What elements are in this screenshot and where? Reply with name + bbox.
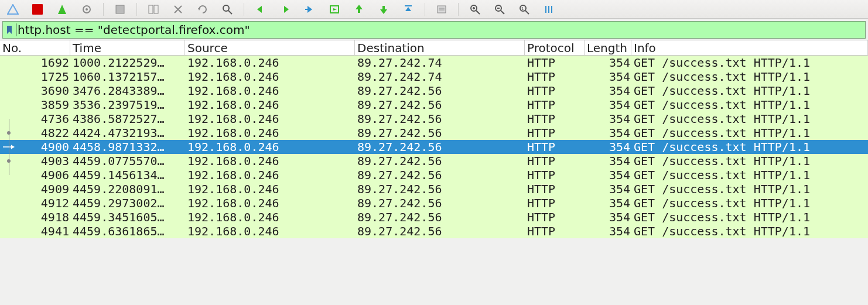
autoscroll-icon[interactable] [433, 2, 450, 16]
cell-time: 4459.2973002… [70, 196, 185, 210]
svg-marker-13 [284, 6, 289, 13]
cell-no: 4822 [0, 126, 70, 140]
cell-proto: HTTP [525, 182, 585, 196]
cell-len: 354 [585, 140, 631, 154]
cell-proto: HTTP [525, 168, 585, 182]
restart-icon[interactable] [54, 2, 70, 16]
packet-list: No. Time Source Destination Protocol Len… [0, 40, 868, 238]
cell-time: 3476.2843389… [70, 84, 185, 98]
cell-src: 192.168.0.246 [185, 196, 355, 210]
stop-icon[interactable] [29, 2, 46, 16]
svg-rect-19 [358, 9, 360, 13]
col-header-protocol[interactable]: Protocol [525, 40, 585, 55]
cell-src: 192.168.0.246 [185, 168, 355, 182]
cell-info: GET /success.txt HTTP/1.1 [631, 126, 868, 140]
zoom-in-icon[interactable] [467, 2, 483, 16]
cell-len: 354 [585, 112, 631, 126]
resize-cols-icon[interactable] [541, 2, 557, 16]
col-header-no[interactable]: No. [0, 40, 70, 55]
table-row[interactable]: 49184459.3451605…192.168.0.24689.27.242.… [0, 210, 868, 224]
cell-proto: HTTP [525, 196, 585, 210]
packet-list-body[interactable]: 16921000.2122529…192.168.0.24689.27.242.… [0, 56, 868, 238]
table-row[interactable]: 38593536.2397519…192.168.0.24689.27.242.… [0, 98, 868, 112]
svg-point-3 [86, 8, 88, 11]
cell-src: 192.168.0.246 [185, 210, 355, 224]
cell-dst: 89.27.242.56 [355, 126, 525, 140]
cell-no: 3690 [0, 84, 70, 98]
cell-no: 3859 [0, 98, 70, 112]
cell-proto: HTTP [525, 126, 585, 140]
cell-no: 4900 [0, 140, 70, 154]
packet-list-header[interactable]: No. Time Source Destination Protocol Len… [0, 40, 868, 56]
cell-dst: 89.27.242.56 [355, 224, 525, 238]
table-row[interactable]: 49124459.2973002…192.168.0.24689.27.242.… [0, 196, 868, 210]
cell-src: 192.168.0.246 [185, 112, 355, 126]
svg-rect-4 [116, 5, 124, 13]
layout1-icon[interactable] [145, 2, 162, 16]
cell-proto: HTTP [525, 154, 585, 168]
table-row[interactable]: 36903476.2843389…192.168.0.24689.27.242.… [0, 84, 868, 98]
cell-src: 192.168.0.246 [185, 154, 355, 168]
cell-proto: HTTP [525, 140, 585, 154]
svg-marker-20 [380, 9, 387, 14]
cell-info: GET /success.txt HTTP/1.1 [631, 224, 868, 238]
table-row[interactable]: 49414459.6361865…192.168.0.24689.27.242.… [0, 224, 868, 238]
close-icon[interactable] [170, 2, 186, 16]
cell-len: 354 [585, 210, 631, 224]
svg-line-11 [228, 11, 232, 14]
top-icon[interactable] [400, 2, 416, 16]
cell-proto: HTTP [525, 98, 585, 112]
display-filter-input[interactable] [18, 23, 865, 37]
options-icon[interactable] [78, 2, 95, 16]
cell-len: 354 [585, 154, 631, 168]
goto-icon[interactable] [326, 2, 343, 16]
cell-len: 354 [585, 70, 631, 84]
col-header-info[interactable]: Info [631, 40, 868, 55]
table-row[interactable]: 49034459.0775570…192.168.0.24689.27.242.… [0, 154, 868, 168]
cell-time: 4386.5872527… [70, 112, 185, 126]
filter-box[interactable] [2, 21, 866, 39]
table-row[interactable]: 48224424.4732193…192.168.0.24689.27.242.… [0, 126, 868, 140]
table-row[interactable]: 49004458.9871332…192.168.0.24689.27.242.… [0, 140, 868, 154]
zoom-out-icon[interactable] [491, 2, 508, 16]
cell-proto: HTTP [525, 224, 585, 238]
svg-rect-24 [438, 6, 446, 13]
back-icon[interactable] [252, 2, 269, 16]
cell-time: 4459.6361865… [70, 224, 185, 238]
cell-dst: 89.27.242.56 [355, 182, 525, 196]
col-header-source[interactable]: Source [185, 40, 355, 55]
cell-src: 192.168.0.246 [185, 140, 355, 154]
table-row[interactable]: 49094459.2208091…192.168.0.24689.27.242.… [0, 182, 868, 196]
shark-icon[interactable] [5, 2, 21, 16]
table-row[interactable]: 16921000.2122529…192.168.0.24689.27.242.… [0, 56, 868, 70]
table-row[interactable]: 49064459.1456134…192.168.0.24689.27.242.… [0, 168, 868, 182]
zoom-reset-icon[interactable]: 1 [516, 2, 532, 16]
cell-len: 354 [585, 84, 631, 98]
cell-no: 4906 [0, 168, 70, 182]
up-icon[interactable] [351, 2, 367, 16]
cell-src: 192.168.0.246 [185, 70, 355, 84]
cell-info: GET /success.txt HTTP/1.1 [631, 84, 868, 98]
reload-icon[interactable] [194, 2, 211, 16]
jump-icon[interactable] [302, 2, 318, 16]
cell-info: GET /success.txt HTTP/1.1 [631, 196, 868, 210]
cell-src: 192.168.0.246 [185, 84, 355, 98]
col-header-length[interactable]: Length [585, 40, 631, 55]
svg-line-32 [501, 11, 504, 14]
table-row[interactable]: 17251060.1372157…192.168.0.24689.27.242.… [0, 70, 868, 84]
down-icon[interactable] [375, 2, 392, 16]
cell-src: 192.168.0.246 [185, 182, 355, 196]
col-header-destination[interactable]: Destination [355, 40, 525, 55]
bookmark-icon[interactable] [5, 25, 13, 35]
svg-marker-12 [257, 6, 262, 13]
col-header-time[interactable]: Time [70, 40, 185, 55]
cell-proto: HTTP [525, 84, 585, 98]
save-icon[interactable] [112, 2, 128, 16]
table-row[interactable]: 47364386.5872527…192.168.0.24689.27.242.… [0, 112, 868, 126]
find-icon[interactable] [219, 2, 235, 16]
cell-len: 354 [585, 182, 631, 196]
cell-dst: 89.27.242.56 [355, 196, 525, 210]
toolbar-separator [103, 3, 104, 16]
cell-time: 4459.1456134… [70, 168, 185, 182]
forward-icon[interactable] [277, 2, 293, 16]
